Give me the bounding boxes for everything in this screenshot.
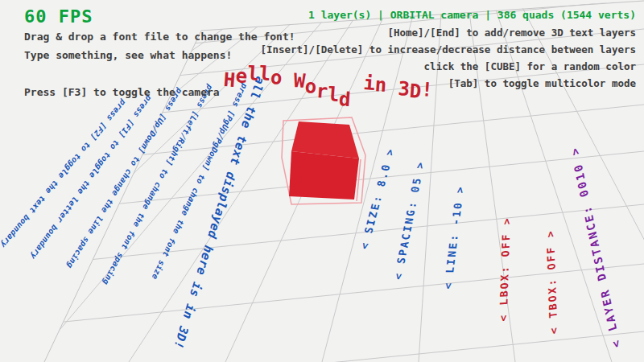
hud-right: 1 layer(s) | ORBITAL camera | 386 quads … [260, 6, 636, 92]
hint-cube-random-color: click the [CUBE] for a random color [260, 58, 636, 75]
hud-left: 60 FPS Drag & drop a font file to change… [24, 6, 295, 101]
fps-counter: 60 FPS [24, 6, 295, 27]
status-line: 1 layer(s) | ORBITAL camera | 386 quads … [260, 6, 636, 24]
hint-add-remove-layers: [Home]/[End] to add/remove 3D text layer… [260, 24, 636, 41]
hint-drag-drop-font: Drag & drop a font file to change the fo… [24, 28, 295, 45]
viewport-3d: all the text displayed here is in 3D! pr… [0, 0, 644, 362]
hint-spacer [24, 65, 295, 82]
hint-multicolor-mode: [Tab] to toggle multicolor mode [260, 75, 636, 92]
hint-type-something: Type something, see what happens! [24, 47, 295, 64]
hint-layer-distance: [Insert]/[Delete] to increase/decrease d… [260, 41, 636, 58]
hint-toggle-camera: Press [F3] to toggle the camera [24, 84, 295, 101]
